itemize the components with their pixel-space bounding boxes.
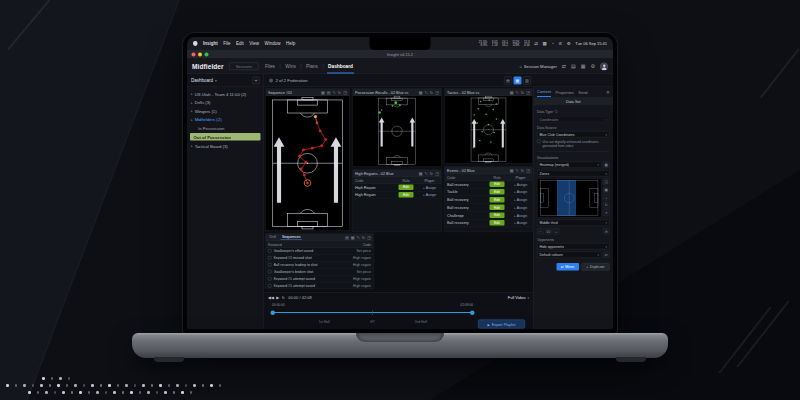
- pencil-icon[interactable]: ✎: [425, 90, 428, 95]
- keyword-row[interactable]: Keyword #1 attempt savedHigh regain: [266, 276, 374, 283]
- grid-icon[interactable]: ▦: [510, 90, 514, 95]
- table-row[interactable]: Ball recoveryEdit+ Assign: [445, 219, 533, 227]
- table-row[interactable]: High RegainEdit+ Assign: [353, 191, 442, 199]
- refresh-icon[interactable]: ↻: [430, 171, 433, 176]
- control-icon[interactable]: ◔: [551, 41, 554, 46]
- menu-app-name[interactable]: Insight: [203, 41, 218, 46]
- plus-icon-button[interactable]: +: [603, 194, 610, 201]
- edit-rule-button[interactable]: Edit: [398, 184, 413, 190]
- assign-player-link[interactable]: + Assign: [509, 206, 533, 210]
- swap-icon[interactable]: ⇄: [534, 41, 538, 46]
- keywords-tab-drill[interactable]: Drill: [268, 235, 277, 240]
- menu-item-edit[interactable]: Edit: [236, 41, 244, 46]
- panel-tab-content[interactable]: Content: [537, 87, 551, 97]
- keyword-checkbox[interactable]: [268, 249, 272, 253]
- view-toggle-grid[interactable]: ▦: [514, 76, 522, 84]
- gear-icon[interactable]: ⚙: [567, 41, 571, 46]
- grid-icon[interactable]: ▦: [351, 235, 355, 240]
- refresh-icon[interactable]: ↻: [338, 90, 341, 95]
- pencil-icon[interactable]: ✎: [516, 168, 519, 173]
- assign-player-link[interactable]: + Assign: [509, 221, 533, 225]
- user-avatar[interactable]: [600, 62, 608, 70]
- refresh-icon[interactable]: ↻: [521, 90, 524, 95]
- layers-icon[interactable]: ▤: [345, 235, 349, 240]
- data-source-select[interactable]: Blue Club Coordinates ▾: [537, 131, 610, 138]
- sessions-pill-button[interactable]: Sessions: [229, 63, 258, 71]
- gear-icon-button[interactable]: ⚙: [603, 228, 610, 235]
- table-row[interactable]: Ball recoveryEdit+ Assign: [445, 196, 533, 204]
- expand-icon[interactable]: ◳: [526, 168, 530, 173]
- keyword-row[interactable]: Ball recovery leading to shotHigh regain: [266, 262, 374, 269]
- zone-preview-pitch[interactable]: [537, 179, 602, 218]
- assign-player-link[interactable]: + Assign: [509, 190, 533, 194]
- expand-icon[interactable]: ◳: [343, 90, 347, 95]
- sidebar-item[interactable]: ▸US Utah - Team 4 11:00 (2): [187, 90, 264, 99]
- refresh-icon-button[interactable]: ↻: [603, 202, 610, 209]
- wifi-icon[interactable]: ≋: [559, 41, 563, 46]
- sidebar-item[interactable]: ▸Midfielders (2): [187, 115, 264, 124]
- expand-icon[interactable]: ◳: [367, 235, 371, 240]
- menu-item-file[interactable]: File: [223, 41, 230, 46]
- refresh-icon[interactable]: ↻: [362, 235, 365, 240]
- view-toggle-layers[interactable]: ▤: [504, 76, 512, 84]
- table-row[interactable]: Ball recoveryEdit+ Assign: [445, 181, 533, 189]
- assign-player-link[interactable]: + Assign: [509, 198, 533, 202]
- menu-item-help[interactable]: Help: [286, 41, 295, 46]
- edit-rule-button[interactable]: Edit: [489, 197, 504, 203]
- grid-icon[interactable]: ▦: [321, 90, 325, 95]
- enhanced-coordinates-checkbox[interactable]: [537, 140, 541, 144]
- assign-player-link[interactable]: + Assign: [509, 182, 533, 186]
- pencil-icon[interactable]: ✎: [333, 90, 336, 95]
- timeline-track[interactable]: 1st HalfHT2nd Half: [272, 312, 473, 313]
- menu-icon-button[interactable]: ≡: [603, 210, 610, 217]
- table-row[interactable]: ChallengeEdit+ Assign: [445, 212, 533, 220]
- pencil-icon[interactable]: ✎: [425, 171, 428, 176]
- timeline-start-handle[interactable]: [271, 310, 276, 315]
- table-row[interactable]: Ball recoveryEdit+ Assign: [445, 204, 533, 212]
- grid-icon[interactable]: ▦: [510, 168, 514, 173]
- nav-tab-wins[interactable]: Wins: [284, 59, 297, 74]
- mirror-button[interactable]: ⇄ Mirror: [556, 263, 579, 271]
- edit-rule-button[interactable]: Edit: [489, 205, 504, 211]
- possession-pitch-canvas[interactable]: [353, 96, 442, 167]
- duplicate-button[interactable]: + Duplicate: [581, 263, 609, 271]
- keywords-tab-sequences[interactable]: Sequences: [280, 235, 302, 240]
- tactics-pitch-canvas[interactable]: [445, 96, 533, 164]
- refresh-icon[interactable]: ↻: [430, 90, 433, 95]
- edit-rule-button[interactable]: Edit: [489, 212, 504, 218]
- keyword-row[interactable]: Keyword #1 attempt savedHigh regain: [266, 283, 374, 290]
- video-source-select[interactable]: Full Video ▾: [508, 295, 529, 300]
- expand-icon-button[interactable]: ◳: [603, 179, 610, 186]
- panel-tab-send[interactable]: Send: [578, 87, 587, 97]
- menu-icon[interactable]: ≡: [607, 90, 610, 95]
- timeline-end-handle[interactable]: [470, 310, 475, 315]
- grid-icon[interactable]: ▦: [581, 64, 586, 70]
- viz-type-select[interactable]: Heatmap (merged) ▾: [537, 162, 602, 169]
- prev-icon[interactable]: ◀◀: [268, 295, 274, 300]
- dashboard-selector[interactable]: Dashboard ▾ +: [187, 74, 264, 87]
- refresh-icon[interactable]: ↻: [282, 295, 285, 300]
- add-dashboard-button[interactable]: +: [253, 77, 260, 84]
- grid-icon[interactable]: ▦: [543, 41, 547, 46]
- colour-select[interactable]: Default colours ▾: [537, 252, 602, 259]
- menu-item-view[interactable]: View: [249, 41, 259, 46]
- export-playlist-button[interactable]: ▶ Export Playlist: [478, 320, 525, 329]
- sidebar-item[interactable]: ▸Drills (3): [187, 98, 264, 107]
- session-manager-link[interactable]: ⌗ Session Manager: [519, 64, 556, 70]
- grid-icon-button[interactable]: ▦: [603, 162, 610, 169]
- sidebar-item[interactable]: ▸Tactical Board (3): [187, 142, 264, 151]
- table-row[interactable]: High RegainEdit+ Assign: [353, 184, 442, 192]
- sequence-pitch-canvas[interactable]: [266, 96, 350, 231]
- pencil-icon[interactable]: ✎: [357, 235, 360, 240]
- layers-icon[interactable]: ▤: [327, 90, 331, 95]
- keyword-checkbox[interactable]: [268, 284, 272, 288]
- panel-tab-properties[interactable]: Properties: [556, 87, 574, 97]
- apple-logo-icon[interactable]: [193, 41, 198, 46]
- keyword-checkbox[interactable]: [268, 277, 272, 281]
- swap-icon[interactable]: ⇄: [562, 64, 566, 70]
- edit-rule-button[interactable]: Edit: [489, 181, 504, 187]
- menu-item-window[interactable]: Window: [264, 41, 280, 46]
- refresh-icon[interactable]: ↻: [521, 168, 524, 173]
- expand-icon[interactable]: ◳: [435, 171, 439, 176]
- layers-icon[interactable]: ▤: [571, 64, 576, 70]
